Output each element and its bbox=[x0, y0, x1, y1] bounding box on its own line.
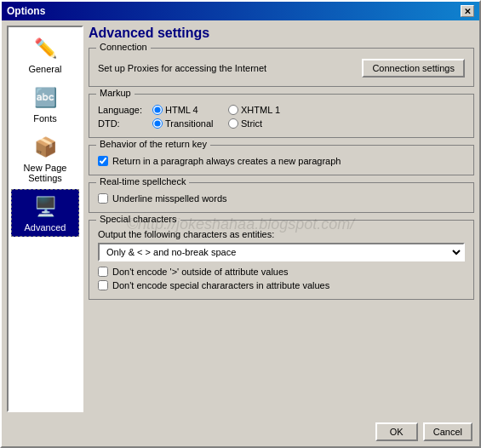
main-content: ✏️ General 🔤 Fonts 📦 New Page Settings 🖥… bbox=[2, 20, 479, 417]
connection-label: Connection bbox=[96, 42, 151, 52]
special-chars-section: Special characters Output the following … bbox=[89, 220, 474, 300]
markup-label: Markup bbox=[96, 88, 135, 98]
xhtml1-option: XHTML 1 bbox=[228, 105, 292, 115]
sidebar: ✏️ General 🔤 Fonts 📦 New Page Settings 🖥… bbox=[7, 26, 83, 412]
bottom-bar: OK Cancel bbox=[2, 417, 479, 446]
sidebar-item-general[interactable]: ✏️ General bbox=[11, 31, 79, 78]
spellcheck-section: Real-time spellcheck Underline misspelle… bbox=[89, 182, 474, 213]
special-chars-dropdown-wrapper: Only & < > and no-break space All specia… bbox=[98, 239, 465, 261]
right-panel: Advanced settings Connection Set up Prox… bbox=[89, 26, 474, 412]
sidebar-label-fonts: Fonts bbox=[33, 113, 57, 123]
sidebar-label-new-page: New Page Settings bbox=[14, 163, 77, 183]
title-bar: Options ✕ bbox=[2, 2, 479, 20]
dtd-radio-group: Transitional Strict bbox=[152, 118, 292, 129]
return-key-row: Return in a paragraph always creates a n… bbox=[98, 156, 465, 166]
window-title: Options bbox=[7, 5, 45, 17]
underline-misspelled-checkbox[interactable] bbox=[98, 193, 108, 204]
sidebar-item-fonts[interactable]: 🔤 Fonts bbox=[11, 80, 79, 128]
underline-misspelled-label: Underline misspelled words bbox=[112, 193, 227, 204]
transitional-radio[interactable] bbox=[152, 118, 163, 129]
advanced-icon: 🖥️ bbox=[31, 193, 59, 221]
special-chars-label: Special characters bbox=[96, 214, 180, 224]
sidebar-label-general: General bbox=[28, 64, 61, 74]
cancel-button[interactable]: Cancel bbox=[423, 422, 472, 441]
no-encode-gt-row: Don't encode '>' outside of attribute va… bbox=[98, 267, 465, 277]
no-encode-special-checkbox[interactable] bbox=[98, 280, 108, 290]
sidebar-item-new-page[interactable]: 📦 New Page Settings bbox=[11, 129, 79, 187]
spellcheck-row: Underline misspelled words bbox=[98, 193, 465, 204]
panel-title: Advanced settings bbox=[89, 26, 474, 41]
return-paragraph-checkbox[interactable] bbox=[98, 156, 108, 166]
options-window: Options ✕ ✏️ General 🔤 Fonts 📦 New Page … bbox=[0, 0, 481, 448]
language-label: Language: bbox=[98, 105, 149, 115]
transitional-option: Transitional bbox=[152, 118, 216, 129]
no-encode-gt-label: Don't encode '>' outside of attribute va… bbox=[112, 267, 289, 277]
return-paragraph-label: Return in a paragraph always creates a n… bbox=[112, 156, 341, 166]
xhtml1-radio[interactable] bbox=[228, 105, 238, 115]
new-page-icon: 📦 bbox=[31, 134, 59, 161]
sidebar-item-advanced[interactable]: 🖥️ Advanced bbox=[11, 189, 79, 237]
special-chars-description: Output the following characters as entit… bbox=[98, 229, 465, 239]
language-row: Language: HTML 4 XHTML 1 bbox=[98, 105, 465, 115]
return-key-section: Behavior of the return key Return in a p… bbox=[89, 145, 474, 175]
dtd-row: DTD: Transitional Strict bbox=[98, 118, 465, 129]
html4-option: HTML 4 bbox=[152, 105, 216, 115]
no-encode-special-row: Don't encode special chararacters in att… bbox=[98, 280, 465, 290]
connection-description: Set up Proxies for accessing the Interne… bbox=[98, 63, 357, 73]
language-radio-group: HTML 4 XHTML 1 bbox=[152, 105, 292, 115]
markup-section: Markup Language: HTML 4 XHTML 1 bbox=[89, 94, 474, 138]
strict-label: Strict bbox=[241, 118, 292, 129]
special-chars-dropdown[interactable]: Only & < > and no-break space All specia… bbox=[98, 243, 465, 261]
transitional-label: Transitional bbox=[165, 118, 216, 129]
dtd-label: DTD: bbox=[98, 118, 149, 129]
connection-row: Set up Proxies for accessing the Interne… bbox=[98, 59, 465, 78]
sidebar-label-advanced: Advanced bbox=[25, 222, 66, 233]
general-icon: ✏️ bbox=[31, 35, 59, 62]
connection-section: Connection Set up Proxies for accessing … bbox=[89, 48, 474, 87]
return-key-label: Behavior of the return key bbox=[96, 139, 210, 149]
html4-radio[interactable] bbox=[152, 105, 163, 115]
close-button[interactable]: ✕ bbox=[461, 5, 474, 17]
xhtml1-label: XHTML 1 bbox=[241, 105, 292, 115]
ok-button[interactable]: OK bbox=[375, 422, 418, 441]
connection-settings-button[interactable]: Connection settings bbox=[362, 59, 465, 78]
no-encode-gt-checkbox[interactable] bbox=[98, 267, 108, 277]
no-encode-special-label: Don't encode special chararacters in att… bbox=[112, 280, 329, 290]
spellcheck-label: Real-time spellcheck bbox=[96, 176, 189, 187]
html4-label: HTML 4 bbox=[165, 105, 216, 115]
strict-option: Strict bbox=[228, 118, 292, 129]
strict-radio[interactable] bbox=[228, 118, 238, 129]
fonts-icon: 🔤 bbox=[31, 84, 59, 112]
